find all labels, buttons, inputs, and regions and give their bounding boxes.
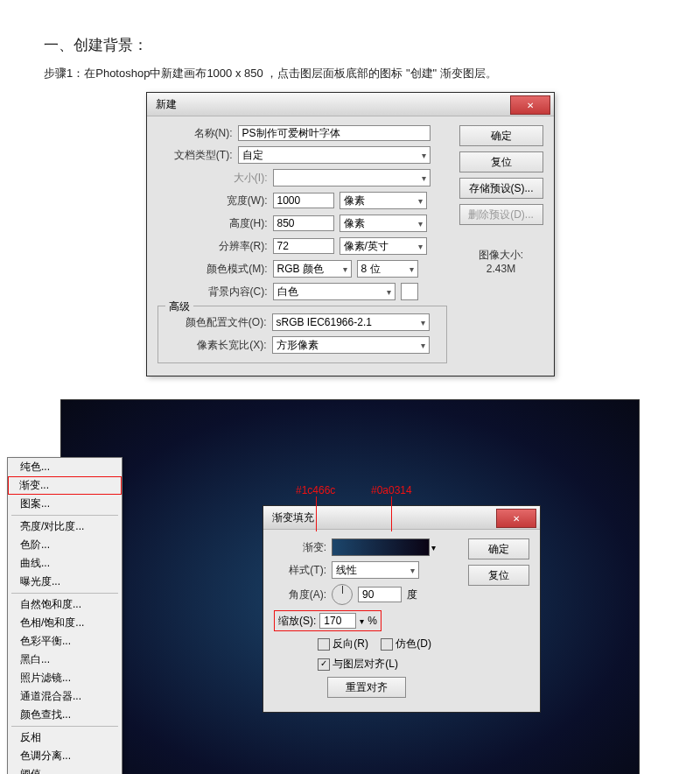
scale-unit: % xyxy=(368,615,377,627)
size-select xyxy=(273,169,430,186)
menu-bw[interactable]: 黑白... xyxy=(8,651,122,669)
name-label: 名称(N): xyxy=(158,126,233,141)
align-checkbox[interactable] xyxy=(318,658,330,671)
resolution-input[interactable] xyxy=(273,238,334,254)
width-label: 宽度(W): xyxy=(158,194,268,208)
bg-label: 背景内容(C): xyxy=(158,285,268,299)
menu-photo-filter[interactable]: 照片滤镜... xyxy=(8,669,122,687)
bitdepth-select[interactable]: 8 位 xyxy=(357,260,418,278)
bg-swatch[interactable] xyxy=(401,283,418,300)
image-size-info: 图像大小: 2.43M xyxy=(459,248,543,275)
width-input[interactable] xyxy=(273,193,334,208)
height-label: 高度(H): xyxy=(158,216,268,231)
section-heading: 一、创建背景： xyxy=(44,35,700,55)
gf-reset-button[interactable]: 复位 xyxy=(468,565,529,586)
menu-color-balance[interactable]: 色彩平衡... xyxy=(8,632,122,651)
advanced-legend: 高级 xyxy=(165,299,193,314)
menu-invert[interactable]: 反相 xyxy=(8,728,122,747)
angle-unit: 度 xyxy=(407,588,417,602)
preset-label: 文档类型(T): xyxy=(158,148,233,163)
menu-color-lookup[interactable]: 颜色查找... xyxy=(8,706,122,724)
angle-knob[interactable] xyxy=(332,584,353,605)
canvas-area: #1c466c #0a0314 纯色... 渐变... 图案... 亮度/对比度… xyxy=(60,399,640,774)
menu-posterize[interactable]: 色调分离... xyxy=(8,747,122,765)
profile-select[interactable]: sRGB IEC61966-2.1 xyxy=(272,313,430,331)
height-input[interactable] xyxy=(273,215,334,231)
angle-label: 角度(A): xyxy=(274,588,326,602)
style-label: 样式(T): xyxy=(274,563,326,578)
color-annotation-2: #0a0314 xyxy=(371,484,412,496)
scale-label: 缩放(S): xyxy=(278,614,316,629)
menu-threshold[interactable]: 阈值... xyxy=(8,765,122,774)
color-annotation-1: #1c466c xyxy=(296,484,335,496)
dither-label: 仿色(D) xyxy=(396,637,431,650)
name-input[interactable] xyxy=(238,125,430,141)
bg-select[interactable]: 白色 xyxy=(273,283,396,300)
preset-select[interactable]: 自定 xyxy=(238,146,430,164)
style-select[interactable]: 线性 xyxy=(332,561,419,579)
titlebar: 新建 ✕ xyxy=(147,93,554,116)
adjustment-layer-menu: 纯色... 渐变... 图案... 亮度/对比度... 色阶... 曲线... … xyxy=(7,457,122,774)
menu-vibrance[interactable]: 自然饱和度... xyxy=(8,595,122,614)
gf-titlebar: 渐变填充 ✕ xyxy=(263,506,540,530)
menu-solid-color[interactable]: 纯色... xyxy=(8,458,122,476)
menu-pattern[interactable]: 图案... xyxy=(8,495,122,513)
gradient-fill-dialog: 渐变填充 ✕ 渐变: ▾ 样式(T): 线性 角度(A): xyxy=(262,505,541,713)
gradient-swatch[interactable] xyxy=(332,538,430,556)
resolution-label: 分辨率(R): xyxy=(158,239,268,254)
close-icon[interactable]: ✕ xyxy=(496,509,536,528)
size-label: 大小(I): xyxy=(158,171,268,186)
angle-input[interactable] xyxy=(358,587,402,602)
reverse-label: 反向(R) xyxy=(332,637,368,650)
menu-exposure[interactable]: 曝光度... xyxy=(8,573,122,591)
menu-curves[interactable]: 曲线... xyxy=(8,554,122,573)
profile-label: 颜色配置文件(O): xyxy=(165,315,267,330)
resolution-unit[interactable]: 像素/英寸 xyxy=(340,237,427,255)
reverse-checkbox[interactable] xyxy=(318,638,330,651)
mode-select[interactable]: RGB 颜色 xyxy=(273,260,352,278)
scale-input[interactable] xyxy=(319,613,356,629)
aspect-label: 像素长宽比(X): xyxy=(165,338,267,353)
align-label: 与图层对齐(L) xyxy=(332,658,398,670)
close-icon[interactable]: ✕ xyxy=(510,95,550,115)
new-document-dialog: 新建 ✕ 名称(N): 文档类型(T): 自定 大小(I): xyxy=(146,92,555,376)
dither-checkbox[interactable] xyxy=(381,638,393,651)
gf-title: 渐变填充 xyxy=(263,510,314,525)
step-text: 步骤1：在Photoshop中新建画布1000 x 850 ，点击图层面板底部的… xyxy=(44,66,700,81)
reset-align-button[interactable]: 重置对齐 xyxy=(327,677,406,698)
gf-ok-button[interactable]: 确定 xyxy=(468,538,529,559)
mode-label: 颜色模式(M): xyxy=(158,262,268,277)
menu-channel-mixer[interactable]: 通道混合器... xyxy=(8,687,122,706)
reset-button[interactable]: 复位 xyxy=(459,151,543,172)
height-unit[interactable]: 像素 xyxy=(340,215,427,232)
ok-button[interactable]: 确定 xyxy=(459,125,543,146)
menu-gradient[interactable]: 渐变... xyxy=(8,476,122,495)
save-preset-button[interactable]: 存储预设(S)... xyxy=(459,178,543,199)
advanced-fieldset: 高级 颜色配置文件(O): sRGB IEC61966-2.1 像素长宽比(X)… xyxy=(158,306,447,363)
gradient-label: 渐变: xyxy=(274,540,326,555)
menu-levels[interactable]: 色阶... xyxy=(8,536,122,554)
scale-highlight: 缩放(S): ▾ % xyxy=(274,610,382,631)
dialog-title: 新建 xyxy=(147,97,177,112)
delete-preset-button: 删除预设(D)... xyxy=(459,204,543,225)
menu-hue-sat[interactable]: 色相/饱和度... xyxy=(8,614,122,632)
width-unit[interactable]: 像素 xyxy=(340,192,427,209)
menu-brightness[interactable]: 亮度/对比度... xyxy=(8,517,122,536)
aspect-select[interactable]: 方形像素 xyxy=(272,336,430,354)
